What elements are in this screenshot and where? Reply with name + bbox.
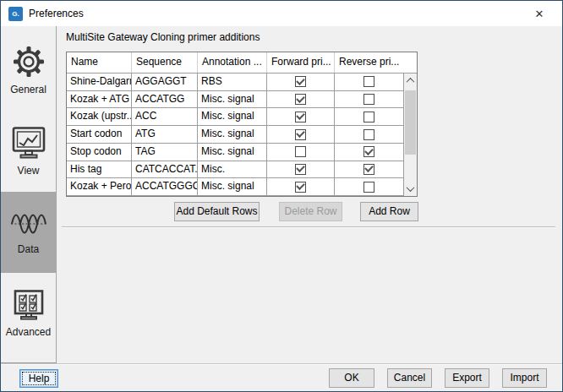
cancel-button[interactable]: Cancel <box>387 368 432 388</box>
sidebar-item-general[interactable]: General <box>1 30 56 111</box>
forward-primer-checkbox[interactable] <box>295 112 306 122</box>
sequence-cell[interactable]: ATG <box>132 126 198 144</box>
reverse-primer-cell <box>335 144 403 161</box>
reverse-primer-cell <box>335 161 403 179</box>
sequence-cell[interactable]: AGGAGGT <box>132 74 198 91</box>
delete-row-button[interactable]: Delete Row <box>279 202 342 221</box>
sidebar-label-data: Data <box>18 243 39 255</box>
annotation-cell[interactable]: Misc. signal <box>198 126 267 144</box>
table-row[interactable]: Stop codonTAGMisc. signal <box>67 144 403 161</box>
scrollbar-thumb[interactable] <box>405 90 416 155</box>
name-cell[interactable]: Shine-Dalgarno <box>67 74 132 91</box>
import-button[interactable]: Import <box>502 368 547 388</box>
section-divider <box>62 226 555 228</box>
sequence-cell[interactable]: ACC <box>132 108 198 126</box>
sidebar-label-advanced: Advanced <box>6 326 51 338</box>
annotation-cell[interactable]: Misc. signal <box>198 144 267 161</box>
annotation-cell[interactable]: RBS <box>198 74 267 91</box>
name-cell[interactable]: Stop codon <box>67 144 132 161</box>
forward-primer-cell <box>267 161 335 179</box>
reverse-primer-checkbox[interactable] <box>363 112 374 122</box>
name-cell[interactable]: His tag <box>67 161 132 179</box>
name-cell[interactable]: Kozak + ATG <box>67 91 132 109</box>
chevron-down-icon <box>407 183 415 192</box>
reverse-primer-checkbox[interactable] <box>363 182 374 193</box>
window-title: Preferences <box>29 1 84 26</box>
forward-primer-checkbox[interactable] <box>295 76 306 87</box>
reverse-primer-checkbox[interactable] <box>363 129 374 140</box>
forward-primer-checkbox[interactable] <box>295 129 306 140</box>
column-header-reverse-primer[interactable]: Reverse pri... <box>335 52 417 73</box>
name-cell[interactable]: Kozak (upstr... <box>67 108 132 126</box>
add-default-rows-button[interactable]: Add Default Rows <box>174 202 260 221</box>
sidebar-label-view: View <box>18 165 40 177</box>
name-cell[interactable]: Start codon <box>67 126 132 144</box>
reverse-primer-cell <box>335 108 403 126</box>
name-cell[interactable]: Kozak + Pero... <box>67 178 132 196</box>
footer-divider <box>1 363 563 365</box>
dna-waves-icon <box>10 210 47 238</box>
forward-primer-checkbox[interactable] <box>295 146 306 157</box>
forward-primer-cell <box>267 126 335 144</box>
reverse-primer-checkbox[interactable] <box>363 146 374 157</box>
sidebar-item-data[interactable]: Data <box>1 192 56 273</box>
primer-additions-table: NameSequenceAnnotation ...Forward pri...… <box>66 52 418 197</box>
table-body: Shine-DalgarnoAGGAGGTRBSKozak + ATGACCAT… <box>67 74 403 196</box>
reverse-primer-cell <box>335 91 403 109</box>
forward-primer-checkbox[interactable] <box>295 164 306 175</box>
table-row[interactable]: Start codonATGMisc. signal <box>67 126 403 144</box>
table-header: NameSequenceAnnotation ...Forward pri...… <box>67 52 417 74</box>
scroll-down-button[interactable] <box>404 182 417 195</box>
reverse-primer-checkbox[interactable] <box>363 94 374 105</box>
monitor-chart-icon <box>11 126 46 160</box>
reverse-primer-cell <box>335 126 403 144</box>
table-row[interactable]: Shine-DalgarnoAGGAGGTRBS <box>67 74 403 91</box>
app-logo-icon: G. <box>8 7 23 21</box>
reverse-primer-cell <box>335 74 403 91</box>
sequence-cell[interactable]: ACCATGG <box>132 91 198 109</box>
ok-button[interactable]: OK <box>329 368 374 388</box>
annotation-cell[interactable]: Misc. signal <box>198 91 267 109</box>
sequence-cell[interactable]: TAG <box>132 144 198 161</box>
preferences-dialog: G. Preferences ✕ <box>0 0 563 392</box>
sequence-cell[interactable]: CATCACCAT... <box>132 161 198 179</box>
column-header-name[interactable]: Name <box>67 52 132 73</box>
reverse-primer-checkbox[interactable] <box>363 164 374 175</box>
forward-primer-cell <box>267 144 335 161</box>
title-bar[interactable]: G. Preferences ✕ <box>1 1 562 26</box>
export-button[interactable]: Export <box>445 368 489 388</box>
annotation-cell[interactable]: Misc. <box>198 161 267 179</box>
sidebar-item-advanced[interactable]: Advanced <box>1 273 56 354</box>
chevron-up-icon <box>407 78 415 86</box>
reverse-primer-cell <box>335 178 403 196</box>
sidebar-item-view[interactable]: View <box>1 111 56 192</box>
forward-primer-checkbox[interactable] <box>295 94 306 105</box>
table-row[interactable]: His tagCATCACCAT...Misc. <box>67 161 403 179</box>
column-header-sequence[interactable]: Sequence <box>132 52 198 73</box>
column-header-forward-primer[interactable]: Forward pri... <box>267 52 335 73</box>
section-title: MultiSite Gateway Cloning primer additio… <box>66 31 260 43</box>
gear-icon <box>12 45 46 79</box>
monitor-checklist-icon <box>12 289 46 321</box>
forward-primer-cell <box>267 91 335 109</box>
table-row[interactable]: Kozak + Pero...ACCATGGGC...Misc. signal <box>67 178 403 196</box>
close-icon: ✕ <box>535 8 544 20</box>
table-row[interactable]: Kozak (upstr...ACCMisc. signal <box>67 108 403 126</box>
forward-primer-cell <box>267 178 335 196</box>
add-row-button[interactable]: Add Row <box>360 202 418 221</box>
sidebar-label-general: General <box>10 84 46 95</box>
sidebar: General View <box>1 26 57 363</box>
help-button[interactable]: Help <box>19 369 58 388</box>
table-row[interactable]: Kozak + ATGACCATGGMisc. signal <box>67 91 403 109</box>
forward-primer-cell <box>267 108 335 126</box>
annotation-cell[interactable]: Misc. signal <box>198 178 267 196</box>
column-header-annotation[interactable]: Annotation ... <box>198 52 267 73</box>
reverse-primer-checkbox[interactable] <box>363 76 374 87</box>
forward-primer-cell <box>267 74 335 91</box>
annotation-cell[interactable]: Misc. signal <box>198 108 267 126</box>
scroll-up-button[interactable] <box>404 74 417 87</box>
vertical-scrollbar[interactable] <box>403 74 417 196</box>
sequence-cell[interactable]: ACCATGGGC... <box>132 178 198 196</box>
forward-primer-checkbox[interactable] <box>295 182 306 193</box>
close-button[interactable]: ✕ <box>522 1 557 26</box>
